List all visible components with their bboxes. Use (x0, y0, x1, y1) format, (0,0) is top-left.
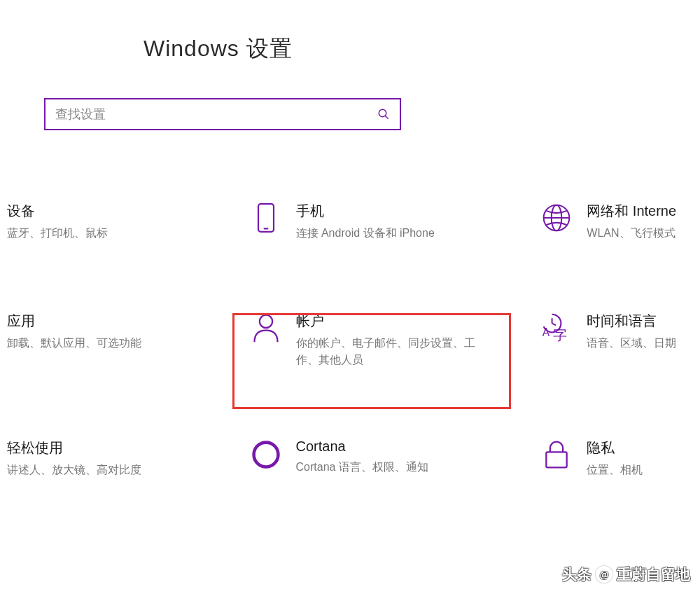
tile-time-language[interactable]: 字 A 时间和语言 语音、区域、日期 (540, 312, 700, 352)
tile-network[interactable]: 网络和 Interne WLAN、飞行模式 (540, 202, 700, 242)
tile-desc: 连接 Android 设备和 iPhone (296, 225, 435, 242)
tile-title: 网络和 Interne (587, 202, 676, 221)
svg-rect-2 (258, 204, 274, 232)
tile-title: 设备 (7, 202, 108, 221)
watermark: 头条 @ 重蔚自留地 (562, 565, 690, 584)
tile-apps[interactable]: 应用 卸载、默认应用、可选功能 (7, 312, 250, 352)
tile-title: 应用 (7, 312, 141, 331)
person-icon (250, 312, 282, 344)
tile-desc: 位置、相机 (587, 462, 643, 478)
search-box[interactable] (44, 98, 401, 130)
svg-line-1 (385, 116, 388, 119)
tile-desc: 语音、区域、日期 (587, 335, 676, 352)
tile-desc: 蓝牙、打印机、鼠标 (7, 225, 108, 242)
tile-title: 时间和语言 (587, 312, 676, 331)
cortana-icon (250, 438, 282, 471)
tile-title: 手机 (296, 202, 435, 221)
phone-icon (250, 202, 282, 234)
settings-categories: 设备 蓝牙、打印机、鼠标 手机 连接 Android 设备和 iPhone (7, 202, 700, 548)
search-icon (377, 108, 390, 120)
watermark-prefix: 头条 (562, 565, 592, 584)
tile-desc: 讲述人、放大镜、高对比度 (7, 462, 141, 478)
tile-desc: 卸载、默认应用、可选功能 (7, 335, 141, 352)
search-input[interactable] (55, 107, 377, 122)
svg-text:字: 字 (553, 327, 567, 343)
tile-ease-of-access[interactable]: 轻松使用 讲述人、放大镜、高对比度 (7, 438, 250, 478)
tile-title: 轻松使用 (7, 438, 141, 457)
tile-phone[interactable]: 手机 连接 Android 设备和 iPhone (250, 202, 541, 242)
svg-rect-13 (547, 452, 567, 467)
time-language-icon: 字 A (540, 312, 573, 344)
tile-accounts[interactable]: 帐户 你的帐户、电子邮件、同步设置、工作、其他人员 (250, 312, 541, 368)
tile-cortana[interactable]: Cortana Cortana 语言、权限、通知 (250, 438, 541, 476)
tile-devices[interactable]: 设备 蓝牙、打印机、鼠标 (7, 202, 250, 242)
tile-desc: Cortana 语言、权限、通知 (296, 459, 428, 476)
tile-desc: WLAN、飞行模式 (587, 225, 676, 242)
svg-line-9 (552, 324, 556, 326)
tile-title: Cortana (296, 438, 428, 455)
tile-title: 帐户 (296, 312, 478, 331)
svg-point-7 (259, 315, 272, 328)
watermark-text: 重蔚自留地 (617, 565, 690, 584)
tile-desc: 你的帐户、电子邮件、同步设置、工作、其他人员 (296, 335, 478, 368)
watermark-at-icon: @ (596, 566, 612, 583)
globe-icon (540, 202, 573, 234)
svg-point-0 (379, 109, 386, 117)
tile-privacy[interactable]: 隐私 位置、相机 (540, 438, 700, 478)
page-title: Windows 设置 (144, 34, 293, 64)
svg-point-12 (253, 443, 278, 467)
tile-title: 隐私 (587, 438, 643, 457)
lock-icon (540, 438, 573, 471)
svg-text:A: A (542, 326, 550, 338)
